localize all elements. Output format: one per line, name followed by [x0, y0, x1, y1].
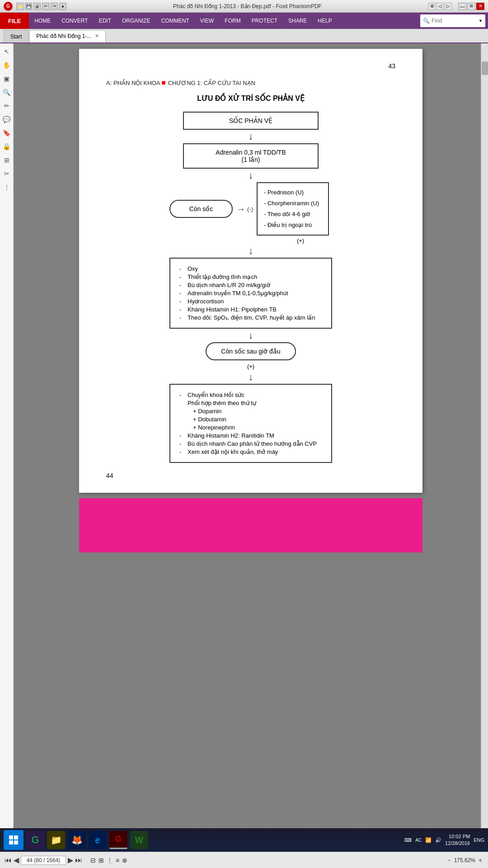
svg-rect-3	[14, 840, 18, 844]
nav-back-btn[interactable]: ◁	[436, 3, 444, 10]
flowchart-title: LƯU ĐỒ XỬ TRÍ SỐC PHẢN VỆ	[106, 94, 395, 103]
menu-share[interactable]: SHARE	[283, 13, 312, 29]
tab-close-btn[interactable]: ✕	[95, 33, 99, 39]
menu-view[interactable]: VIEW	[195, 13, 220, 29]
menu-convert[interactable]: CONVERT	[56, 13, 93, 29]
search-dropdown-icon[interactable]: ▼	[479, 19, 483, 23]
select-icon[interactable]: ▣	[2, 74, 11, 83]
menu-help[interactable]: HELP	[312, 13, 337, 29]
pink-footer	[79, 498, 422, 552]
pos-label-1: (+)	[297, 237, 304, 244]
dot-separator: ■	[161, 79, 168, 86]
lock-icon[interactable]: 🔒	[2, 142, 11, 151]
view-icon-4[interactable]: ≡	[116, 857, 119, 864]
nav-first-btn[interactable]: ⏮	[5, 856, 12, 864]
menu-organize[interactable]: ORGANIZE	[117, 13, 156, 29]
minimize-btn[interactable]: —	[458, 3, 466, 10]
view-icon-1[interactable]: ⊟	[90, 857, 96, 864]
keyboard-icon: ⌨	[404, 837, 412, 843]
search-box[interactable]: 🔍 ▼	[420, 14, 485, 27]
taskbar-icon-folder[interactable]: 📁	[47, 831, 65, 849]
page-display[interactable]: 44 (80 / 1664)	[21, 856, 66, 865]
cursor-icon[interactable]: ↖	[2, 47, 11, 56]
zoom-icon[interactable]: 🔍	[2, 88, 11, 97]
toolbar-btn[interactable]: 📁	[16, 3, 23, 10]
stamp-icon[interactable]: ⊞	[2, 156, 11, 165]
menu-edit[interactable]: EDIT	[94, 13, 117, 29]
nav-next-btn[interactable]: ▶	[68, 856, 73, 864]
fc-decision-row: Còn sốc → (-) - Prednison (U) - Chorphen…	[106, 182, 395, 236]
ac-icon: AC	[415, 838, 422, 843]
pos-label-2: (+)	[247, 363, 254, 370]
arrow-1	[249, 130, 253, 143]
svg-rect-1	[14, 835, 18, 840]
arrow-5	[249, 370, 253, 384]
box3-line7: -Theo dõi: SpO₂, điện tim, CVP, huyết áp…	[179, 314, 322, 321]
taskbar-icon-word[interactable]: W	[130, 831, 148, 849]
window-controls[interactable]: ⚙ ◁ ▷ — ⧉ ✕	[428, 3, 484, 10]
scissors-icon[interactable]: ✂	[2, 169, 11, 178]
fc-oval-container: Còn sốc	[169, 200, 233, 218]
menu-home[interactable]: HOME	[29, 13, 56, 29]
toolbar-btn6[interactable]: ▲	[59, 3, 66, 10]
fc-box-1: SỐC PHẢN VỆ	[183, 112, 319, 130]
close-btn[interactable]: ✕	[476, 3, 484, 10]
fc-side-box: - Prednison (U) - Chorpheniramin (U) - T…	[257, 182, 329, 236]
pen-icon[interactable]: ✏	[2, 101, 11, 110]
bookmark-icon[interactable]: 🔖	[2, 128, 11, 137]
box3-line1: -Oxy	[179, 265, 322, 272]
start-button[interactable]	[4, 830, 23, 850]
taskbar-sys-icons: ⌨ AC 📶 🔊 10:02 PM 12/28/2016 ENG	[404, 833, 484, 847]
taskbar-icon-gecko[interactable]: G	[26, 831, 44, 849]
main-area: ↖ ✋ ▣ 🔍 ✏ 💬 🔖 🔒 ⊞ ✂ ⋮ 43 A: PHẦN NỘI KHO…	[0, 43, 488, 828]
windows-icon	[8, 835, 19, 845]
tabs-bar: Start Phác đồ Nhi Đồng 1-... ✕	[0, 29, 488, 43]
view-icon-2[interactable]: ⊞	[99, 857, 104, 864]
tab-pdf[interactable]: Phác đồ Nhi Đồng 1-... ✕	[29, 30, 106, 42]
view-icon-3[interactable]: ⋮	[107, 857, 113, 864]
taskbar: G 📁 🦊 e G W ⌨ AC 📶 🔊 10:02 PM 12/28/2016…	[0, 828, 488, 852]
box3-line5: -Hydrocortison	[179, 298, 322, 305]
nav-fwd-btn[interactable]: ▷	[445, 3, 452, 10]
hand-icon[interactable]: ✋	[2, 61, 11, 70]
fc-box-1-text: SỐC PHẢN VỆ	[229, 117, 272, 124]
pos-label-2-container: (+)	[247, 362, 254, 370]
neg-label: (-)	[247, 206, 253, 212]
taskbar-icon-firefox[interactable]: 🦊	[68, 831, 86, 849]
box4-line6: -Kháng Histamin H2: Ranitidin TM	[179, 432, 322, 439]
restore-btn[interactable]: ⧉	[467, 3, 475, 10]
menu-protect[interactable]: PROTECT	[246, 13, 283, 29]
menu-comment[interactable]: COMMENT	[156, 13, 195, 29]
scrollbar[interactable]	[481, 43, 488, 828]
fc-oval-1: Còn sốc	[169, 200, 233, 218]
zoom-in-btn[interactable]: ＋	[477, 856, 483, 864]
comment-icon[interactable]: 💬	[2, 115, 11, 124]
svg-rect-2	[9, 840, 13, 844]
nav-last-btn[interactable]: ⏭	[75, 856, 82, 864]
search-input[interactable]	[432, 18, 477, 24]
taskbar-icon-pdf[interactable]: G	[109, 831, 127, 849]
box3-line2: -Thiết lập đường tĩnh mạch	[179, 274, 322, 280]
menu-form[interactable]: FORM	[219, 13, 246, 29]
taskbar-icon-ie[interactable]: e	[89, 831, 107, 849]
toolbar-btn2[interactable]: 💾	[25, 3, 32, 10]
tab-pdf-label: Phác đồ Nhi Đồng 1-...	[36, 33, 91, 39]
nav-prev-btn[interactable]: ◀	[14, 856, 19, 864]
fc-box-3: -Oxy -Thiết lập đường tĩnh mạch -Bù dịch…	[169, 258, 332, 329]
settings-btn[interactable]: ⚙	[428, 3, 436, 10]
view-controls: ⊟ ⊞ ⋮ ≡ ⊕	[90, 857, 127, 864]
sidebar: ↖ ✋ ▣ 🔍 ✏ 💬 🔖 🔒 ⊞ ✂ ⋮	[0, 43, 14, 828]
toolbar-btn5[interactable]: ↪	[51, 3, 58, 10]
toolbar-btn3[interactable]: 🖨	[33, 3, 41, 10]
menu-file[interactable]: FILE	[0, 13, 29, 29]
fc-box-2: Adrenalin 0,3 ml TDD/TB (1 lần)	[183, 143, 319, 169]
toolbar-btn4[interactable]: ↩	[42, 3, 49, 10]
scroll-thumb[interactable]	[482, 61, 488, 75]
taskbar-time: 10:02 PM 12/28/2016	[445, 833, 470, 847]
view-icon-5[interactable]: ⊕	[122, 857, 127, 864]
more-icon[interactable]: ⋮	[2, 183, 11, 192]
tab-start[interactable]: Start	[4, 30, 28, 42]
fc-box-4: -Chuyển khoa Hồi sức -Phối hợp thêm theo…	[169, 384, 332, 463]
tab-start-label: Start	[10, 33, 22, 40]
zoom-out-btn[interactable]: －	[446, 856, 452, 864]
